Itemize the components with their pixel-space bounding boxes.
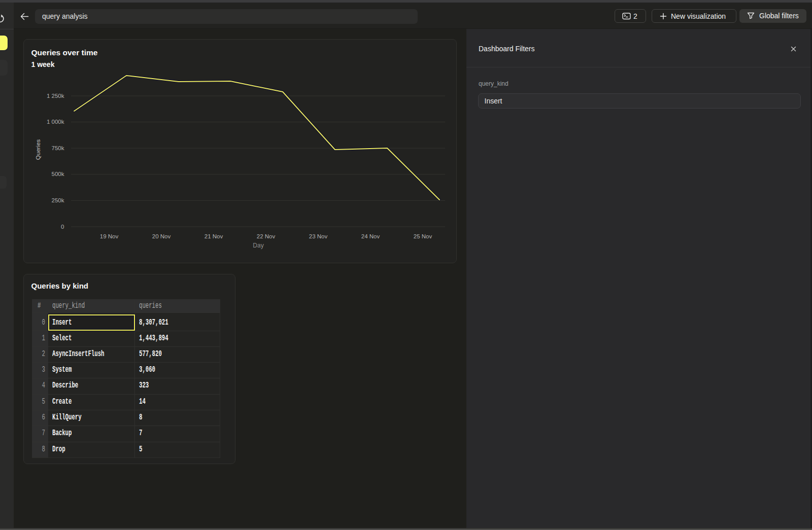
svg-text:1 250k: 1 250k [47,93,64,99]
svg-text:250k: 250k [52,197,64,203]
svg-text:22 Nov: 22 Nov [257,233,276,239]
svg-text:20 Nov: 20 Nov [152,233,171,239]
svg-text:1 000k: 1 000k [47,119,64,125]
svg-text:0: 0 [61,224,64,230]
svg-text:500k: 500k [52,171,64,177]
svg-text:23 Nov: 23 Nov [309,233,328,239]
svg-text:24 Nov: 24 Nov [361,233,380,239]
svg-text:21 Nov: 21 Nov [205,233,223,239]
svg-text:Day: Day [253,242,263,249]
svg-text:Queries: Queries [35,139,41,160]
svg-text:19 Nov: 19 Nov [100,233,119,239]
svg-text:750k: 750k [52,145,64,151]
svg-text:25 Nov: 25 Nov [414,233,432,239]
